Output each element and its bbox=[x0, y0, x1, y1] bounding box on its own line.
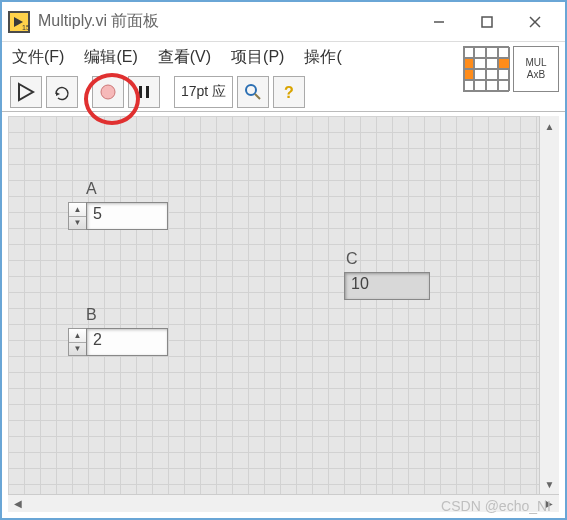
minimize-button[interactable] bbox=[415, 2, 463, 42]
up-arrow-icon[interactable]: ▲ bbox=[69, 329, 86, 343]
down-arrow-icon[interactable]: ▼ bbox=[69, 343, 86, 356]
svg-point-10 bbox=[101, 85, 115, 99]
canvas-area: A ▲ ▼ 5 B ▲ ▼ 2 C 10 ▲ bbox=[8, 116, 559, 494]
font-selector[interactable]: 17pt 应 bbox=[174, 76, 233, 108]
maximize-button[interactable] bbox=[463, 2, 511, 42]
control-b-spinner[interactable]: ▲ ▼ bbox=[68, 328, 86, 356]
titlebar: 15 Multiply.vi 前面板 bbox=[2, 2, 565, 42]
control-a-label: A bbox=[86, 180, 97, 198]
svg-text:?: ? bbox=[284, 84, 294, 101]
front-panel-canvas[interactable]: A ▲ ▼ 5 B ▲ ▼ 2 C 10 bbox=[8, 116, 559, 494]
vi-icon[interactable]: MUL AxB bbox=[513, 46, 559, 92]
svg-point-13 bbox=[246, 85, 256, 95]
watermark-text: CSDN @echo_NI bbox=[441, 498, 551, 514]
close-button[interactable] bbox=[511, 2, 559, 42]
svg-rect-11 bbox=[139, 86, 142, 98]
control-a-spinner[interactable]: ▲ ▼ bbox=[68, 202, 86, 230]
menu-project[interactable]: 项目(P) bbox=[231, 47, 284, 68]
help-button[interactable]: ? bbox=[273, 76, 305, 108]
font-selector-label: 17pt 应 bbox=[181, 83, 226, 101]
control-b-value[interactable]: 2 bbox=[86, 328, 168, 356]
menu-operate[interactable]: 操作( bbox=[304, 47, 341, 68]
menu-view[interactable]: 查看(V) bbox=[158, 47, 211, 68]
abort-button[interactable] bbox=[92, 76, 124, 108]
control-a[interactable]: ▲ ▼ 5 bbox=[68, 202, 168, 230]
svg-rect-5 bbox=[482, 17, 492, 27]
indicator-c-value: 10 bbox=[344, 272, 430, 300]
control-b-label: B bbox=[86, 306, 97, 324]
scroll-down-icon[interactable]: ▼ bbox=[540, 474, 559, 494]
control-b[interactable]: ▲ ▼ 2 bbox=[68, 328, 168, 356]
vscroll-track[interactable] bbox=[540, 136, 559, 474]
indicator-c-label: C bbox=[346, 250, 358, 268]
vertical-scrollbar[interactable]: ▲ ▼ bbox=[539, 116, 559, 494]
up-arrow-icon[interactable]: ▲ bbox=[69, 203, 86, 217]
vi-icon-area: MUL AxB bbox=[463, 46, 559, 92]
svg-marker-8 bbox=[19, 84, 33, 100]
search-button[interactable] bbox=[237, 76, 269, 108]
app-icon: 15 bbox=[8, 11, 30, 33]
run-button[interactable] bbox=[10, 76, 42, 108]
svg-rect-12 bbox=[146, 86, 149, 98]
svg-marker-9 bbox=[56, 92, 60, 96]
svg-line-14 bbox=[255, 94, 260, 99]
down-arrow-icon[interactable]: ▼ bbox=[69, 217, 86, 230]
menu-edit[interactable]: 编辑(E) bbox=[84, 47, 137, 68]
scroll-up-icon[interactable]: ▲ bbox=[540, 116, 559, 136]
scroll-left-icon[interactable]: ◀ bbox=[8, 495, 28, 512]
window-title: Multiply.vi 前面板 bbox=[38, 11, 160, 32]
menu-file[interactable]: 文件(F) bbox=[12, 47, 64, 68]
svg-text:15: 15 bbox=[22, 24, 30, 31]
control-a-value[interactable]: 5 bbox=[86, 202, 168, 230]
run-continuous-button[interactable] bbox=[46, 76, 78, 108]
vi-icon-line1: MUL bbox=[525, 57, 546, 69]
pause-button[interactable] bbox=[128, 76, 160, 108]
vi-icon-line2: AxB bbox=[527, 69, 545, 81]
connector-pane[interactable] bbox=[463, 46, 509, 92]
labview-window: 15 Multiply.vi 前面板 文件(F) 编辑(E) 查看(V) 项目(… bbox=[0, 0, 567, 520]
